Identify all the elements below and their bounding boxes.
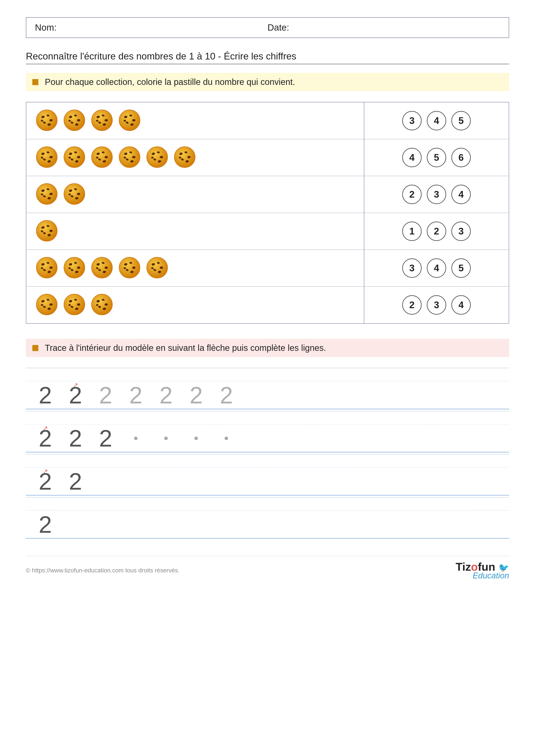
section1-instruction-box: Pour chaque collection, colorie la pasti…	[26, 73, 509, 91]
cookie-row-5: 345	[26, 250, 509, 286]
nom-label: Nom:	[35, 22, 268, 33]
trace-dot-row2-5: •	[151, 431, 181, 446]
cookie-cell-5	[26, 250, 364, 286]
cookie-icon-5-4	[118, 256, 141, 281]
number-cell-1: 345	[364, 102, 509, 139]
trace-dot-row2-6: •	[181, 431, 211, 446]
num-circle-2-1[interactable]: 4	[402, 148, 422, 167]
number-cell-3: 234	[364, 176, 509, 213]
cookie-icon-6-2	[63, 293, 86, 317]
number-cell-5: 345	[364, 250, 509, 286]
cookie-icon-2-1	[35, 145, 59, 170]
num-circle-3-1[interactable]: 2	[402, 185, 422, 204]
trace-digit-row2-2: 2	[60, 424, 91, 452]
num-circle-1-3[interactable]: 5	[451, 111, 471, 130]
cookie-cell-2	[26, 139, 364, 176]
footer-logo: Tizofun 🐦 Education	[456, 560, 509, 580]
footer: © https://www.tizofun-education.com tous…	[26, 556, 509, 580]
num-circle-2-3[interactable]: 6	[451, 148, 471, 167]
trace-dot-row2-4: •	[121, 431, 151, 446]
cookie-icon-1-4	[118, 108, 141, 133]
num-circle-6-1[interactable]: 2	[402, 295, 422, 315]
trace-digit-row2-1: ↗ 2	[30, 424, 60, 452]
trace-digit-row4-1: 2	[30, 511, 60, 538]
cookie-icon-5-5	[145, 256, 169, 281]
num-circle-1-1[interactable]: 3	[402, 111, 422, 130]
section1-instruction-text: Pour chaque collection, colorie la pasti…	[45, 77, 295, 87]
footer-copyright: © https://www.tizofun-education.com tous…	[26, 567, 180, 574]
cookie-icon-1-1	[35, 108, 59, 133]
trace-row-4: 2	[26, 497, 509, 539]
num-circle-2-2[interactable]: 5	[427, 148, 446, 167]
cookie-icon-2-2	[63, 145, 86, 170]
trace-row-1: 2 ↗ 2 2 2 2 2 2	[26, 368, 509, 409]
num-circle-1-2[interactable]: 4	[427, 111, 446, 130]
cookie-row-1: 345	[26, 102, 509, 139]
cookie-icon-2-3	[90, 145, 114, 170]
trace-digit-row3-2: 2	[60, 468, 91, 495]
header-box: Nom: Date:	[26, 17, 509, 38]
cookie-icon-5-2	[63, 256, 86, 281]
cookie-icon-6-1	[35, 293, 59, 317]
cookie-cell-1	[26, 102, 364, 139]
cookie-row-2: 456	[26, 139, 509, 176]
num-circle-4-2[interactable]: 2	[427, 222, 446, 241]
trace-digit-row1-2: ↗ 2	[60, 381, 91, 409]
cookie-cell-6	[26, 286, 364, 324]
num-circle-3-2[interactable]: 3	[427, 185, 446, 204]
logo-education-text: Education	[473, 571, 509, 580]
date-label: Date:	[268, 22, 500, 33]
cookie-icon-2-4	[118, 145, 141, 170]
cookie-cell-4	[26, 213, 364, 250]
cookie-icon-1-3	[90, 108, 114, 133]
trace-digit-row1-1: 2	[30, 381, 60, 409]
cookie-row-4: 123	[26, 213, 509, 250]
cookie-table: 345	[26, 102, 509, 324]
trace-digit-row1-5: 2	[151, 381, 181, 409]
cookie-icon-6-3	[90, 293, 114, 317]
cookie-icon-5-1	[35, 256, 59, 281]
num-circle-3-3[interactable]: 4	[451, 185, 471, 204]
section2-instruction-box: Trace à l'intérieur du modèle en suivant…	[26, 339, 509, 357]
number-cell-2: 456	[364, 139, 509, 176]
num-circle-5-2[interactable]: 4	[427, 258, 446, 278]
instruction-square2-icon	[32, 345, 38, 351]
cookie-row-6: 234	[26, 286, 509, 324]
number-cell-6: 234	[364, 286, 509, 324]
trace-digit-row1-7: 2	[211, 381, 241, 409]
tracing-section: 2 ↗ 2 2 2 2 2 2 ↗ 2 2 2 • • • •	[26, 368, 509, 539]
num-circle-6-2[interactable]: 3	[427, 295, 446, 315]
page-title: Reconnaître l'écriture des nombres de 1 …	[26, 51, 509, 64]
num-circle-5-3[interactable]: 5	[451, 258, 471, 278]
trace-digit-row3-1: ↗ 2	[30, 468, 60, 495]
trace-digit-row1-4: 2	[121, 381, 151, 409]
trace-digit-row1-6: 2	[181, 381, 211, 409]
cookie-icon-5-3	[90, 256, 114, 281]
trace-row-2: ↗ 2 2 2 • • • •	[26, 411, 509, 452]
section2-instruction-text: Trace à l'intérieur du modèle en suivant…	[45, 343, 326, 353]
cookie-icon-1-2	[63, 108, 86, 133]
num-circle-5-1[interactable]: 3	[402, 258, 422, 278]
cookie-icon-3-1	[35, 182, 59, 207]
trace-digit-row1-3: 2	[91, 381, 121, 409]
number-cell-4: 123	[364, 213, 509, 250]
trace-dot-row2-7: •	[211, 431, 241, 446]
cookie-row-3: 234	[26, 176, 509, 213]
cookie-cell-3	[26, 176, 364, 213]
num-circle-4-1[interactable]: 1	[402, 222, 422, 241]
instruction-square-icon	[32, 79, 38, 85]
trace-digit-row2-3: 2	[91, 424, 121, 452]
num-circle-4-3[interactable]: 3	[451, 222, 471, 241]
cookie-icon-2-6	[173, 145, 197, 170]
num-circle-6-3[interactable]: 4	[451, 295, 471, 315]
cookie-icon-4-1	[35, 219, 59, 244]
cookie-icon-3-2	[63, 182, 86, 207]
trace-row-3: ↗ 2 2	[26, 454, 509, 496]
cookie-icon-2-5	[145, 145, 169, 170]
